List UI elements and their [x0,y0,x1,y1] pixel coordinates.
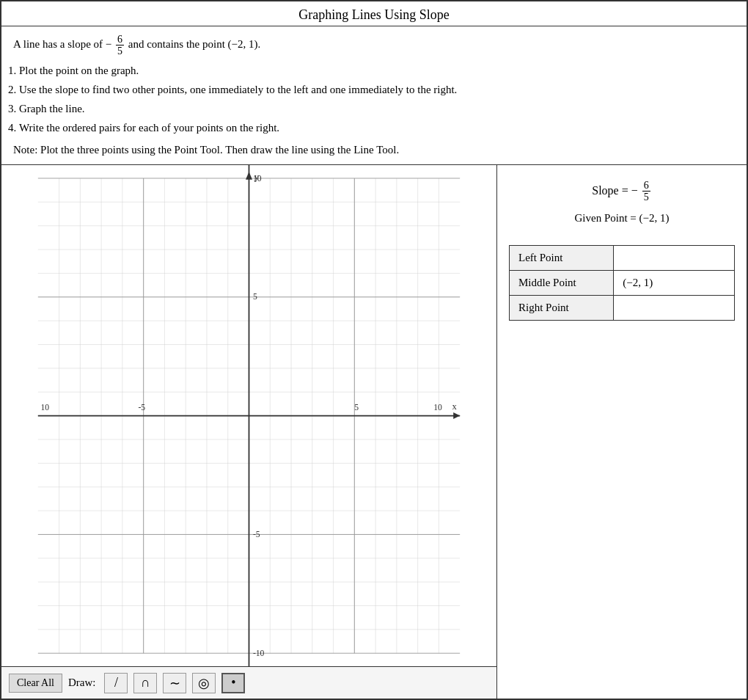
step-4: Write the ordered pairs for each of your… [19,119,735,136]
svg-marker-48 [453,412,460,419]
step-2: Use the slope to find two other points, … [19,81,735,98]
points-table: Left Point Middle Point (−2, 1) Right Po… [509,245,735,321]
slope-fraction: 6 5 [116,34,124,57]
sidebar-slope-fraction: 6 5 [642,180,650,203]
svg-text:5: 5 [253,292,257,302]
middle-point-label: Middle Point [510,270,614,295]
middle-point-value: (−2, 1) [614,270,735,295]
graph-svg[interactable]: x y 10 -5 5 10 10 5 -5 -10 [1,165,496,666]
circle-tool-button[interactable]: ◎ [192,673,216,693]
draw-label: Draw: [68,677,96,689]
svg-text:x: x [452,401,457,411]
given-point-display: Given Point = (−2, 1) [575,212,670,225]
slope-statement: A line has a slope of − 6 5 and contains… [13,34,735,57]
arc-tool-button[interactable]: ∩ [133,673,157,693]
page-title: Graphing Lines Using Slope [1,1,747,26]
step-3: Graph the line. [19,100,735,117]
app-container: Graphing Lines Using Slope A line has a … [0,0,748,700]
left-point-row: Left Point [510,245,735,270]
steps-list: Plot the point on the graph. Use the slo… [19,62,735,136]
svg-text:-10: -10 [253,649,265,658]
left-point-label: Left Point [510,245,614,270]
instructions-panel: A line has a slope of − 6 5 and contains… [1,26,747,165]
left-point-value[interactable] [614,245,735,270]
slope-display: Slope = − 6 5 [592,180,652,203]
point-tool-button[interactable]: • [221,673,245,693]
svg-text:10: 10 [40,403,49,412]
graph-canvas[interactable]: x y 10 -5 5 10 10 5 -5 -10 [1,165,496,666]
right-point-row: Right Point [510,295,735,320]
note-text: Note: Plot the three points using the Po… [13,141,735,158]
svg-text:-5: -5 [138,403,145,412]
clear-all-button[interactable]: Clear All [9,674,62,693]
svg-marker-49 [246,172,252,180]
right-point-value[interactable] [614,295,735,320]
sidebar: Slope = − 6 5 Given Point = (−2, 1) Left… [497,165,747,699]
toolbar: Clear All Draw: / ∩ ∼ ◎ • [1,666,496,699]
svg-text:10: 10 [433,403,442,412]
right-point-label: Right Point [510,295,614,320]
curve-tool-button[interactable]: ∼ [163,673,186,693]
middle-point-row: Middle Point (−2, 1) [510,270,735,295]
graph-section: x y 10 -5 5 10 10 5 -5 -10 Clear All D [1,165,497,699]
svg-text:10: 10 [253,173,262,183]
svg-text:5: 5 [354,403,359,412]
step-1: Plot the point on the graph. [19,62,735,79]
line-tool-button[interactable]: / [104,673,128,693]
main-content: x y 10 -5 5 10 10 5 -5 -10 Clear All D [1,165,747,699]
svg-text:-5: -5 [253,530,260,539]
